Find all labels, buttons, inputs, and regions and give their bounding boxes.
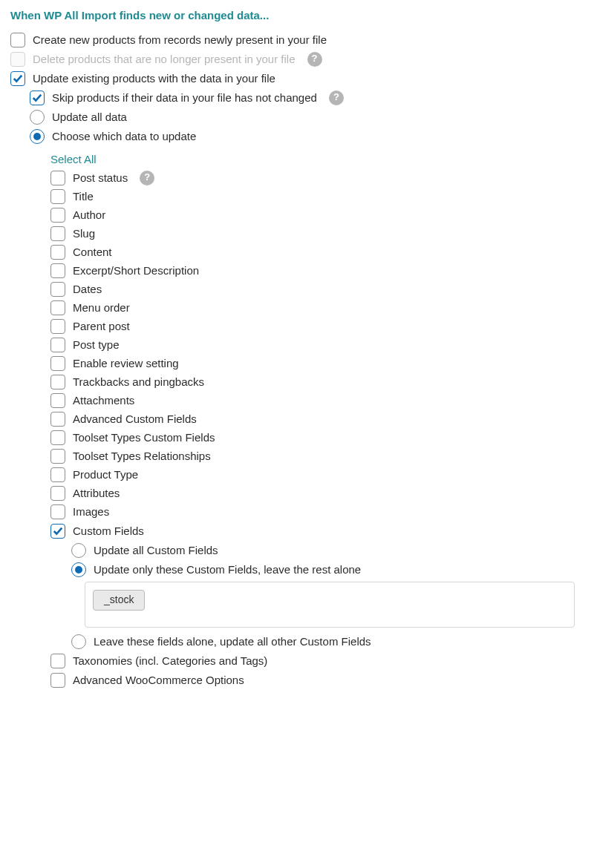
field-toolset-rel[interactable]: Toolset Types Relationships [10, 448, 584, 464]
option-skip-unchanged[interactable]: Skip products if their data in your file… [10, 90, 584, 105]
checkbox-icon[interactable] [50, 338, 65, 352]
checkbox-icon[interactable] [50, 300, 65, 315]
field-label: Toolset Types Custom Fields [73, 430, 215, 445]
radio-icon[interactable] [30, 129, 45, 144]
option-label: Update only these Custom Fields, leave t… [94, 562, 361, 577]
field-label: Trackbacks and pingbacks [73, 374, 204, 389]
field-label: Product Type [73, 467, 138, 482]
checkbox-icon[interactable] [10, 33, 25, 47]
option-create-new[interactable]: Create new products from records newly p… [10, 32, 584, 47]
checkbox-icon[interactable] [50, 319, 65, 334]
field-label: Toolset Types Relationships [73, 448, 211, 464]
field-menu-order[interactable]: Menu order [10, 300, 584, 315]
help-icon[interactable]: ? [140, 171, 154, 185]
option-label: Update all Custom Fields [94, 542, 218, 558]
option-label: Create new products from records newly p… [33, 32, 327, 47]
field-product-type[interactable]: Product Type [10, 467, 584, 482]
field-label: Content [73, 244, 112, 260]
option-label: Choose which data to update [52, 128, 196, 144]
field-label: Advanced WooCommerce Options [73, 672, 244, 688]
radio-choose-which[interactable]: Choose which data to update [10, 128, 584, 144]
checkbox-icon[interactable] [50, 673, 65, 688]
field-dates[interactable]: Dates [10, 281, 584, 297]
option-delete-missing: Delete products that are no longer prese… [10, 51, 584, 67]
option-label: Delete products that are no longer prese… [33, 51, 296, 67]
field-label: Post type [73, 337, 120, 352]
option-label: Skip products if their data in your file… [52, 90, 317, 105]
field-attachments[interactable]: Attachments [10, 392, 584, 408]
radio-update-all-data[interactable]: Update all data [10, 109, 584, 125]
field-label: Images [73, 504, 109, 519]
select-all-link[interactable]: Select All [10, 151, 584, 167]
option-update-existing[interactable]: Update existing products with the data i… [10, 70, 584, 86]
field-title[interactable]: Title [10, 188, 584, 204]
field-label: Menu order [73, 300, 130, 315]
field-enable-review[interactable]: Enable review setting [10, 355, 584, 371]
field-label: Title [73, 188, 94, 204]
field-label: Advanced Custom Fields [73, 411, 197, 427]
radio-icon[interactable] [30, 110, 45, 125]
radio-icon[interactable] [71, 562, 86, 577]
field-author[interactable]: Author [10, 207, 584, 223]
checkbox-icon[interactable] [50, 654, 65, 668]
field-label: Attachments [73, 392, 134, 408]
field-label: Excerpt/Short Description [73, 263, 199, 278]
checkbox-icon[interactable] [50, 449, 65, 464]
field-content[interactable]: Content [10, 244, 584, 260]
checkbox-icon[interactable] [50, 282, 65, 297]
field-taxonomies[interactable]: Taxonomies (incl. Categories and Tags) [10, 653, 584, 668]
field-toolset-cf[interactable]: Toolset Types Custom Fields [10, 430, 584, 445]
checkbox-icon[interactable] [50, 430, 65, 445]
radio-cf-update-only-these[interactable]: Update only these Custom Fields, leave t… [10, 562, 584, 577]
field-label: Slug [73, 226, 95, 241]
checkbox-icon[interactable] [50, 208, 65, 223]
field-post-status[interactable]: Post status? [10, 170, 584, 185]
checkbox-icon[interactable] [50, 356, 65, 371]
checkbox-icon[interactable] [50, 375, 65, 389]
tag-stock[interactable]: _stock [93, 590, 145, 611]
radio-cf-leave-alone[interactable]: Leave these fields alone, update all oth… [10, 634, 584, 649]
field-label: Author [73, 207, 105, 223]
radio-cf-update-all[interactable]: Update all Custom Fields [10, 542, 584, 558]
checkbox-icon[interactable] [50, 486, 65, 501]
option-label: Leave these fields alone, update all oth… [94, 634, 371, 649]
checkbox-icon[interactable] [50, 171, 65, 185]
radio-icon[interactable] [71, 543, 86, 558]
checkbox-icon[interactable] [50, 189, 65, 204]
field-label: Parent post [73, 318, 130, 334]
checkbox-icon[interactable] [10, 71, 25, 86]
field-excerpt[interactable]: Excerpt/Short Description [10, 263, 584, 278]
option-label: Update all data [52, 109, 127, 125]
checkbox-icon[interactable] [50, 504, 65, 519]
radio-icon[interactable] [71, 634, 86, 649]
field-label: Post status [73, 170, 128, 185]
field-label: Taxonomies (incl. Categories and Tags) [73, 653, 267, 668]
checkbox-icon[interactable] [50, 467, 65, 482]
field-custom-fields[interactable]: Custom Fields [10, 523, 584, 539]
checkbox-icon[interactable] [50, 263, 65, 278]
option-label: Update existing products with the data i… [33, 70, 275, 86]
checkbox-icon[interactable] [50, 412, 65, 427]
checkbox-icon[interactable] [50, 226, 65, 241]
field-slug[interactable]: Slug [10, 226, 584, 241]
checkbox-icon[interactable] [50, 245, 65, 260]
field-label: Attributes [73, 485, 120, 501]
field-label: Dates [73, 281, 102, 297]
field-label: Enable review setting [73, 355, 179, 371]
field-trackbacks[interactable]: Trackbacks and pingbacks [10, 374, 584, 389]
help-icon[interactable]: ? [307, 52, 322, 67]
section-title: When WP All Import finds new or changed … [10, 7, 584, 23]
checkbox-icon[interactable] [50, 524, 65, 539]
field-attributes[interactable]: Attributes [10, 485, 584, 501]
field-adv-woo[interactable]: Advanced WooCommerce Options [10, 672, 584, 688]
custom-fields-tag-input[interactable]: _stock [85, 582, 575, 628]
checkbox-icon[interactable] [30, 91, 45, 105]
field-images[interactable]: Images [10, 504, 584, 519]
field-label: Custom Fields [73, 523, 144, 539]
field-acf[interactable]: Advanced Custom Fields [10, 411, 584, 427]
field-parent-post[interactable]: Parent post [10, 318, 584, 334]
field-post-type[interactable]: Post type [10, 337, 584, 352]
checkbox-icon[interactable] [50, 393, 65, 408]
help-icon[interactable]: ? [329, 91, 344, 105]
checkbox-icon [10, 52, 25, 67]
